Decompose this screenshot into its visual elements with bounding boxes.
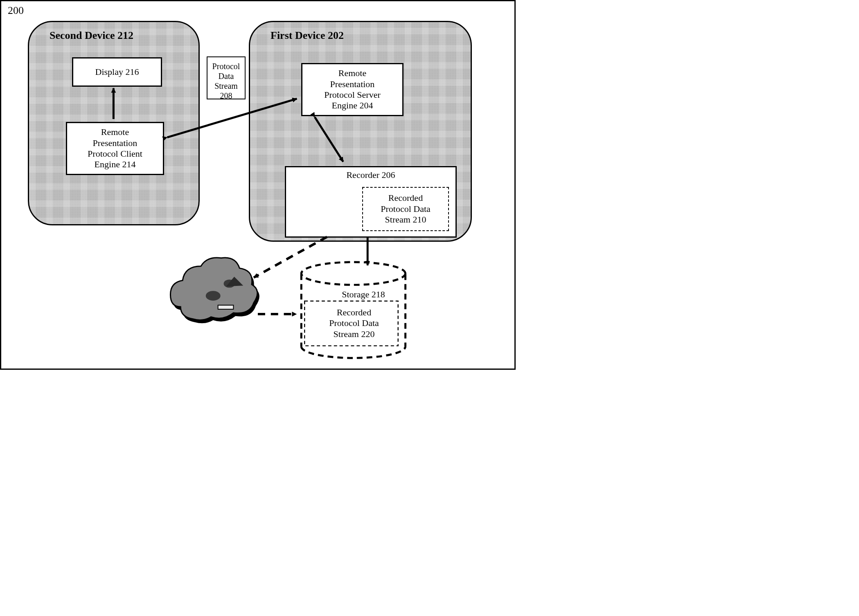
server-engine-box: Remote Presentation Protocol Server Engi… [301, 63, 404, 116]
svg-rect-6 [218, 305, 234, 309]
figure-number: 200 [8, 4, 24, 17]
figure-frame: 200 Second Device 212 Display 216 Remote… [0, 0, 516, 370]
second-device-panel: Second Device 212 Display 216 Remote Pre… [28, 21, 200, 225]
svg-point-5 [224, 279, 235, 288]
recorded-stream-210-box: Recorded Protocol Data Stream 210 [362, 187, 449, 231]
server-engine-label: Remote Presentation Protocol Server Engi… [324, 68, 380, 111]
display-label: Display 216 [95, 67, 139, 77]
svg-point-4 [206, 291, 221, 301]
recorder-label: Recorder 206 [290, 170, 451, 180]
arrow-recorder-to-cloud-dashed [254, 237, 327, 277]
storage-label: Storage 218 [327, 289, 400, 300]
cloud-icon [170, 258, 259, 323]
recorder-box: Recorder 206 Recorded Protocol Data Stre… [285, 166, 457, 238]
second-device-title: Second Device 212 [50, 29, 133, 42]
protocol-data-stream-box: Protocol Data Stream 208 [207, 56, 246, 99]
recorded-stream-210-label: Recorded Protocol Data Stream 210 [381, 193, 431, 225]
recorded-stream-220-label: Recorded Protocol Data Stream 220 [309, 307, 399, 339]
display-box: Display 216 [72, 57, 162, 87]
svg-point-0 [301, 262, 405, 285]
first-device-title: First Device 202 [271, 29, 344, 42]
first-device-panel: First Device 202 Remote Presentation Pro… [249, 21, 472, 242]
client-engine-label: Remote Presentation Protocol Client Engi… [88, 127, 142, 170]
protocol-data-stream-label: Protocol Data Stream 208 [212, 62, 240, 100]
client-engine-box: Remote Presentation Protocol Client Engi… [66, 122, 164, 175]
